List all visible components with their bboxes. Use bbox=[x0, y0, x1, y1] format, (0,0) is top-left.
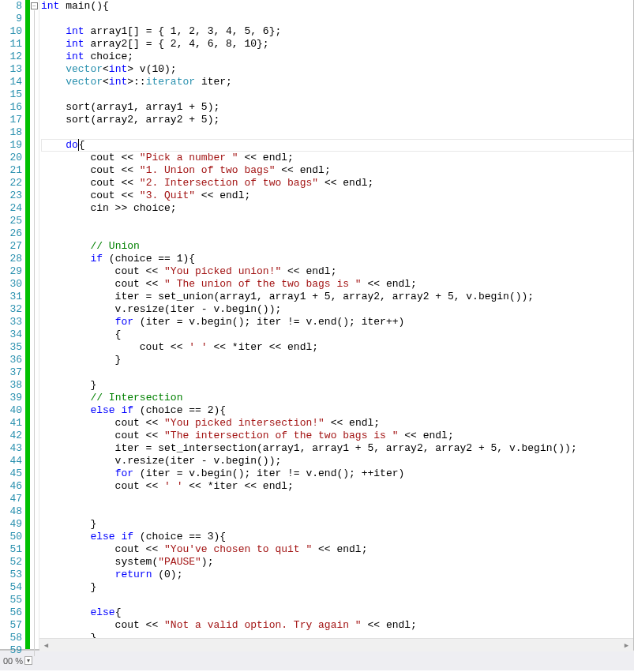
scroll-left-arrow-icon[interactable]: ◀ bbox=[39, 640, 53, 651]
code-token: else bbox=[90, 531, 114, 542]
code-line[interactable]: int array2[] = { 2, 4, 6, 8, 10}; bbox=[41, 38, 633, 51]
code-token: cout << bbox=[41, 480, 164, 492]
code-token bbox=[41, 76, 66, 88]
code-token: vector bbox=[66, 63, 103, 75]
code-line[interactable]: cout << "You picked union!" << endl; bbox=[41, 265, 633, 278]
code-line[interactable]: sort(array1, array1 + 5); bbox=[41, 101, 633, 114]
code-token: iterator bbox=[146, 76, 195, 88]
code-line[interactable]: cout << "You've chosen to quit " << endl… bbox=[41, 543, 633, 556]
code-line[interactable]: cout << "2. Intersection of two bags" <<… bbox=[41, 177, 633, 190]
code-line[interactable]: cout << ' ' << *iter << endl; bbox=[41, 341, 633, 354]
line-number: 21 bbox=[0, 164, 22, 177]
code-token: (0); bbox=[152, 569, 182, 580]
line-number: 48 bbox=[0, 505, 22, 518]
fold-toggle-icon[interactable]: − bbox=[31, 2, 38, 9]
code-line[interactable]: cout << "Not a valid option. Try again "… bbox=[41, 619, 633, 632]
line-number: 30 bbox=[0, 278, 22, 291]
code-token: cout << bbox=[41, 177, 140, 189]
code-line[interactable] bbox=[41, 366, 633, 379]
code-line[interactable]: else{ bbox=[41, 606, 633, 619]
line-number: 34 bbox=[0, 328, 22, 341]
code-line[interactable]: v.resize(iter - v.begin()); bbox=[41, 455, 633, 467]
code-token: << endl; bbox=[195, 190, 250, 201]
code-line[interactable]: } bbox=[41, 379, 633, 392]
code-token: "You picked intersection!" bbox=[164, 417, 325, 429]
code-token: int bbox=[66, 38, 84, 50]
line-number: 45 bbox=[0, 467, 22, 480]
code-token: << endl; bbox=[362, 278, 417, 290]
code-token bbox=[41, 467, 115, 479]
line-number: 29 bbox=[0, 265, 22, 278]
outlining-margin[interactable]: − bbox=[30, 0, 39, 649]
code-token: > v(10); bbox=[127, 63, 176, 75]
code-line[interactable]: cout << "1. Union of two bags" << endl; bbox=[41, 164, 633, 177]
code-line[interactable]: system("PAUSE"); bbox=[41, 556, 633, 569]
code-line[interactable]: cout << "3. Quit" << endl; bbox=[41, 190, 633, 202]
code-line[interactable] bbox=[41, 493, 633, 505]
code-line[interactable] bbox=[41, 227, 633, 240]
code-line[interactable] bbox=[41, 594, 633, 606]
code-line[interactable]: for (iter = v.begin(); iter != v.end(); … bbox=[41, 316, 633, 328]
code-line[interactable]: cin >> choice; bbox=[41, 202, 633, 215]
code-text-area[interactable]: int main(){ int array1[] = { 1, 2, 3, 4,… bbox=[39, 0, 633, 649]
code-line[interactable]: cout << "You picked intersection!" << en… bbox=[41, 417, 633, 430]
code-line[interactable]: return (0); bbox=[41, 569, 633, 581]
code-token bbox=[41, 316, 115, 328]
code-token bbox=[41, 240, 90, 252]
code-editor[interactable]: 8910111213141516171819202122232425262728… bbox=[0, 0, 634, 650]
code-line[interactable]: int array1[] = { 1, 2, 3, 4, 5, 6}; bbox=[41, 25, 633, 38]
code-line[interactable]: } bbox=[41, 581, 633, 594]
code-line[interactable]: } bbox=[41, 354, 633, 366]
code-line[interactable]: else if (choice == 3){ bbox=[41, 531, 633, 543]
code-line[interactable]: cout << "The intersection of the two bag… bbox=[41, 430, 633, 442]
code-line[interactable]: // Union bbox=[41, 240, 633, 253]
line-number: 36 bbox=[0, 354, 22, 366]
code-line[interactable]: cout << " The union of the two bags is "… bbox=[41, 278, 633, 291]
code-line[interactable]: v.resize(iter - v.begin()); bbox=[41, 303, 633, 316]
code-line[interactable] bbox=[41, 88, 633, 101]
code-line[interactable]: vector<int> v(10); bbox=[41, 63, 633, 76]
code-line[interactable] bbox=[41, 126, 633, 139]
line-number: 14 bbox=[0, 76, 22, 88]
code-token: "Pick a number " bbox=[140, 152, 238, 163]
line-number: 41 bbox=[0, 417, 22, 430]
chevron-down-icon[interactable]: ▾ bbox=[24, 656, 32, 665]
code-line[interactable]: iter = set_intersection(array1, array1 +… bbox=[41, 442, 633, 455]
line-number: 11 bbox=[0, 38, 22, 51]
code-line[interactable]: for (iter = v.begin(); iter != v.end(); … bbox=[41, 467, 633, 480]
code-line[interactable]: cout << "Pick a number " << endl; bbox=[41, 152, 633, 164]
code-line[interactable] bbox=[41, 13, 633, 25]
code-token: cout << bbox=[41, 190, 140, 201]
code-token: "1. Union of two bags" bbox=[140, 164, 276, 176]
code-token: int bbox=[66, 51, 84, 62]
code-line[interactable]: } bbox=[41, 518, 633, 531]
code-line[interactable]: int choice; bbox=[41, 51, 633, 63]
scroll-right-arrow-icon[interactable]: ▶ bbox=[620, 640, 633, 651]
code-token: v.resize(iter - v.begin()); bbox=[41, 303, 281, 315]
line-number: 53 bbox=[0, 569, 22, 581]
code-line[interactable]: // Intersection bbox=[41, 392, 633, 404]
line-number: 8 bbox=[0, 0, 22, 13]
code-line[interactable] bbox=[41, 505, 633, 518]
code-token: cout << bbox=[41, 278, 164, 290]
code-token: "PAUSE" bbox=[158, 556, 201, 568]
code-token: << endl; bbox=[312, 543, 367, 555]
code-token: << endl; bbox=[238, 152, 294, 163]
status-bar: 00 % ▾ bbox=[0, 650, 634, 670]
code-line[interactable]: int main(){ bbox=[41, 0, 633, 13]
code-line[interactable]: do{ bbox=[41, 139, 633, 152]
code-line[interactable]: sort(array2, array2 + 5); bbox=[41, 114, 633, 126]
code-line[interactable]: cout << ' ' << *iter << endl; bbox=[41, 480, 633, 493]
horizontal-scrollbar[interactable]: ◀ ▶ bbox=[39, 638, 633, 651]
code-line[interactable]: vector<int>::iterator iter; bbox=[41, 76, 633, 88]
code-line[interactable]: iter = set_union(array1, array1 + 5, arr… bbox=[41, 291, 633, 303]
code-line[interactable]: { bbox=[41, 328, 633, 341]
code-line[interactable]: else if (choice == 2){ bbox=[41, 404, 633, 417]
zoom-level-dropdown[interactable]: 00 % ▾ bbox=[3, 656, 32, 666]
code-token: cout << bbox=[41, 164, 140, 176]
line-number: 43 bbox=[0, 442, 22, 455]
code-line[interactable] bbox=[41, 215, 633, 227]
line-number: 51 bbox=[0, 543, 22, 556]
code-line[interactable]: if (choice == 1){ bbox=[41, 253, 633, 265]
code-token bbox=[41, 404, 90, 416]
